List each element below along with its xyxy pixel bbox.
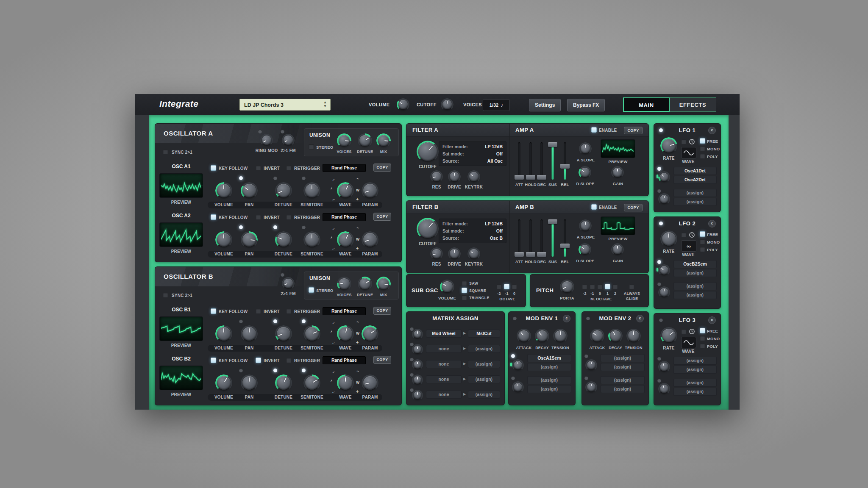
assign-slot[interactable]: OscA1Det <box>673 167 717 175</box>
keytrack-knob[interactable] <box>467 170 480 183</box>
gain-knob[interactable] <box>611 166 624 179</box>
settings-button[interactable]: Settings <box>529 99 561 111</box>
mono-checkbox[interactable] <box>700 146 705 151</box>
poly-checkbox[interactable] <box>700 247 705 252</box>
matrix-source-select[interactable]: none <box>426 360 462 368</box>
voices-value-box[interactable]: 1/32♪ <box>483 99 510 111</box>
poly-checkbox[interactable] <box>700 153 705 159</box>
retrigger-checkbox[interactable] <box>286 214 292 220</box>
enable-checkbox[interactable] <box>591 127 597 133</box>
tension-knob[interactable] <box>553 329 568 343</box>
assign-slot[interactable]: OscA2Det <box>673 176 717 184</box>
assign-slot[interactable]: (assign) <box>673 366 717 374</box>
tempo-sync-checkbox[interactable] <box>681 329 687 334</box>
sub-volume-knob[interactable] <box>440 280 454 294</box>
tension-knob[interactable] <box>626 329 641 343</box>
preset-stepper-icon[interactable]: ▲▼ <box>323 100 327 108</box>
preset-select[interactable]: LD JP Chords 3 ▲▼ <box>239 99 331 111</box>
matrix-source-select[interactable]: none <box>426 375 462 383</box>
matrix-amount-knob[interactable] <box>412 390 423 401</box>
detune-knob[interactable] <box>275 325 292 342</box>
master-cutoff-knob[interactable] <box>441 98 453 111</box>
rate-knob[interactable] <box>660 230 677 247</box>
attack-knob[interactable] <box>590 329 604 343</box>
matrix-target-select[interactable]: (assign) <box>468 375 500 383</box>
sustain-slider[interactable] <box>548 219 557 257</box>
pan-knob[interactable] <box>241 231 258 248</box>
assign-slot[interactable]: (assign) <box>673 388 717 396</box>
tab-effects[interactable]: EFFECTS <box>670 97 716 112</box>
assign-amount-knob[interactable] <box>658 361 670 373</box>
collapse-button[interactable]: c <box>563 315 570 322</box>
bypass-fx-button[interactable]: Bypass FX <box>567 99 605 111</box>
rate-knob[interactable] <box>660 137 677 154</box>
assign-slot[interactable]: (assign) <box>673 282 717 290</box>
phase-mode-select[interactable]: Rand Phase <box>323 356 366 364</box>
matrix-source-select[interactable]: none <box>426 391 462 399</box>
sustain-slider[interactable] <box>548 142 557 180</box>
free-checkbox[interactable] <box>700 328 705 333</box>
assign-slot[interactable]: (assign) <box>527 363 571 371</box>
fm-knob[interactable] <box>282 277 295 290</box>
attack-slider[interactable] <box>515 219 524 257</box>
assign-amount-knob[interactable] <box>585 359 597 371</box>
master-octave-plus1-checkbox[interactable] <box>605 284 610 289</box>
copy-button[interactable]: COPY <box>624 127 643 134</box>
rate-knob[interactable] <box>660 327 677 344</box>
hold-slider[interactable] <box>526 142 535 180</box>
unison-detune-knob[interactable] <box>358 133 372 148</box>
wave-knob[interactable]: ~~~~w+ <box>337 374 354 391</box>
tempo-sync-checkbox[interactable] <box>681 139 687 144</box>
assign-slot[interactable]: (assign) <box>527 385 571 393</box>
decay-knob[interactable] <box>608 329 623 343</box>
assign-slot[interactable]: (assign) <box>601 376 645 384</box>
gain-knob[interactable] <box>611 243 624 256</box>
assign-amount-knob[interactable] <box>658 171 670 183</box>
assign-slot[interactable]: (assign) <box>673 291 717 299</box>
assign-slot[interactable]: (assign) <box>673 379 717 387</box>
free-checkbox[interactable] <box>700 231 705 237</box>
octave-minus2-checkbox[interactable] <box>496 284 502 289</box>
volume-knob[interactable] <box>215 374 232 391</box>
unison-mix-knob[interactable] <box>376 277 391 291</box>
attack-slope-knob[interactable] <box>579 142 592 155</box>
assign-amount-knob[interactable] <box>512 359 524 371</box>
copy-button[interactable]: COPY <box>624 204 643 211</box>
copy-button[interactable]: COPY <box>373 307 391 315</box>
octave-minus1-checkbox[interactable] <box>504 284 509 289</box>
phase-mode-select[interactable]: Rand Phase <box>323 164 366 172</box>
master-octave-minus2-checkbox[interactable] <box>582 284 587 289</box>
master-volume-knob[interactable] <box>397 98 409 111</box>
matrix-amount-knob[interactable] <box>412 329 423 340</box>
assign-slot[interactable]: (assign) <box>673 198 717 206</box>
unison-detune-knob[interactable] <box>358 277 372 291</box>
semitone-knob[interactable] <box>303 374 320 391</box>
filter-info-box[interactable]: Filter mode:LP 12dB Sat mode:Off Source:… <box>439 141 506 166</box>
param-knob[interactable] <box>362 325 378 342</box>
filter-info-box[interactable]: Filter mode:LP 12dB Sat mode:Off Source:… <box>439 219 506 243</box>
assign-slot[interactable]: OscA1Sem <box>527 354 571 362</box>
master-octave-minus1-checkbox[interactable] <box>590 284 595 289</box>
free-checkbox[interactable] <box>700 138 705 144</box>
wave-knob[interactable]: ~~~~w+ <box>337 231 354 248</box>
assign-slot[interactable]: (assign) <box>601 354 645 362</box>
volume-knob[interactable] <box>215 182 232 199</box>
drive-knob[interactable] <box>448 170 461 183</box>
stereo-checkbox[interactable] <box>309 144 314 150</box>
unison-voices-knob[interactable] <box>337 277 351 291</box>
matrix-amount-knob[interactable] <box>412 374 423 385</box>
assign-amount-knob[interactable] <box>658 264 670 276</box>
mono-checkbox[interactable] <box>700 336 705 341</box>
wave-knob[interactable]: ~~~~w+ <box>337 182 354 199</box>
master-octave-zero-checkbox[interactable] <box>597 284 603 289</box>
pan-knob[interactable] <box>241 374 258 391</box>
sync-checkbox[interactable] <box>163 149 168 155</box>
assign-amount-knob[interactable] <box>585 381 597 393</box>
drive-knob[interactable] <box>448 247 461 260</box>
matrix-amount-knob[interactable] <box>412 359 423 370</box>
copy-button[interactable]: COPY <box>373 356 391 364</box>
assign-slot[interactable]: (assign) <box>673 189 717 197</box>
always-glide-checkbox[interactable] <box>629 284 634 289</box>
collapse-button[interactable]: c <box>708 220 716 227</box>
mono-checkbox[interactable] <box>700 239 705 244</box>
